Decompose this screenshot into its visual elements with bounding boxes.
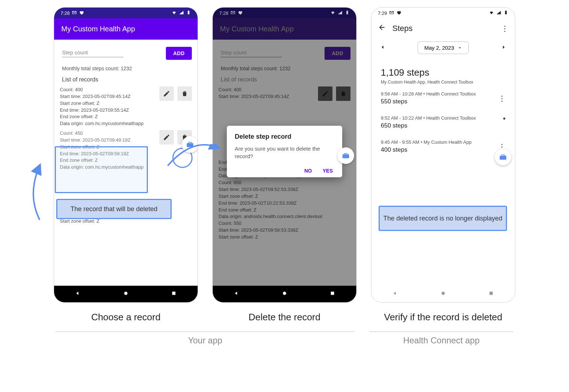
nav-back-icon[interactable] xyxy=(75,290,81,298)
edit-button[interactable] xyxy=(159,130,174,144)
chevron-right-icon[interactable] xyxy=(500,44,507,52)
col-delete-record: 7:28 My Custom Health App Step co xyxy=(212,7,357,324)
svg-rect-5 xyxy=(347,10,348,11)
svg-rect-7 xyxy=(331,292,334,295)
signal-icon xyxy=(496,10,501,16)
phone-2: 7:28 My Custom Health App Step co xyxy=(212,7,357,303)
chevron-down-icon xyxy=(458,46,462,50)
annotation-record-to-delete: The record that will be deleted xyxy=(56,199,172,219)
delete-button[interactable] xyxy=(177,86,192,101)
fab-toolbox[interactable] xyxy=(338,147,354,164)
toolbox-icon xyxy=(499,153,507,161)
wifi-icon xyxy=(489,10,494,16)
app-title: My Custom Health App xyxy=(61,25,135,33)
nav-home-icon[interactable] xyxy=(440,290,446,298)
caption-1: Choose a record xyxy=(91,311,160,324)
monthly-total: Monthly total steps count: 1232 xyxy=(58,60,194,74)
heart-icon xyxy=(238,10,243,16)
android-navbar xyxy=(371,286,515,302)
nav-home-icon[interactable] xyxy=(123,290,129,298)
appbar-1: My Custom Health App xyxy=(54,18,198,40)
nav-recents-icon[interactable] xyxy=(488,290,494,298)
edit-button[interactable] xyxy=(159,86,174,101)
status-time: 7:29 xyxy=(378,10,387,16)
step-count-input[interactable]: Step count xyxy=(62,49,123,57)
arrow-callout-to-record xyxy=(29,159,58,223)
record-item: Count: 400 Start time: 2023-05-02T09:45:… xyxy=(58,86,194,128)
hc-sources: My Custom Health App, Health Connect Too… xyxy=(381,80,506,85)
hc-page-title: Steps xyxy=(392,24,413,33)
add-button[interactable]: ADD xyxy=(166,47,192,60)
nav-back-icon[interactable] xyxy=(392,290,398,298)
svg-rect-11 xyxy=(489,292,493,295)
status-time: 7:28 xyxy=(219,10,228,16)
android-navbar xyxy=(54,286,198,302)
nav-back-icon[interactable] xyxy=(233,290,240,298)
more-menu-icon[interactable]: ⋮ xyxy=(501,24,508,33)
gmail-icon xyxy=(389,10,394,16)
statusbar-3: 7:29 xyxy=(371,8,515,18)
wifi-icon xyxy=(172,10,177,16)
toolbox-icon xyxy=(186,141,194,148)
svg-rect-8 xyxy=(505,11,507,14)
battery-icon xyxy=(186,10,191,16)
hc-total-steps: 1,109 steps xyxy=(381,67,506,78)
chevron-left-icon[interactable] xyxy=(379,44,386,52)
nav-home-icon[interactable] xyxy=(281,290,288,298)
svg-point-6 xyxy=(283,292,286,295)
gmail-icon xyxy=(230,10,235,16)
highlight-selected-record xyxy=(55,146,148,193)
entry-more-icon[interactable]: ⋮ xyxy=(498,94,506,103)
statusbar-1: 7:28 xyxy=(54,8,198,18)
section-health-connect: Health Connect app xyxy=(369,331,513,346)
svg-rect-0 xyxy=(188,11,190,14)
entry-more-icon[interactable]: • xyxy=(503,115,506,123)
col-verify-record: 7:29 Steps ⋮ xyxy=(371,7,515,324)
fab-toolbox[interactable] xyxy=(495,149,511,165)
svg-point-2 xyxy=(124,292,127,295)
caption-3: Verify if the record is deleted xyxy=(384,311,502,324)
svg-rect-3 xyxy=(172,292,175,295)
gmail-icon xyxy=(72,10,77,16)
svg-point-10 xyxy=(441,292,445,295)
android-navbar xyxy=(213,286,356,302)
nav-recents-icon[interactable] xyxy=(171,290,177,298)
hc-entry: 9:52 AM - 10:22 AM • Health Connect Tool… xyxy=(371,110,515,134)
heart-icon xyxy=(396,10,401,16)
dialog-no-button[interactable]: NO xyxy=(304,168,312,174)
svg-rect-9 xyxy=(506,10,506,11)
wifi-icon xyxy=(330,10,335,16)
nav-recents-icon[interactable] xyxy=(329,290,336,298)
list-header: List of records xyxy=(58,74,194,86)
section-your-app: Your app xyxy=(56,331,355,346)
phone-1: 7:28 xyxy=(54,7,198,303)
battery-icon xyxy=(503,10,508,16)
pencil-icon xyxy=(163,134,170,141)
trash-icon xyxy=(181,90,188,97)
hc-entry: 9:45 AM - 9:55 AM • My Custom Health App… xyxy=(371,134,515,159)
date-picker-chip[interactable]: May 2, 2023 xyxy=(418,41,469,54)
content-1: Step count ADD Monthly total steps count… xyxy=(54,40,198,285)
statusbar-2: 7:28 xyxy=(213,8,356,18)
hc-date-nav: May 2, 2023 xyxy=(371,39,515,57)
battery-icon xyxy=(345,10,350,16)
signal-icon xyxy=(338,10,343,16)
heart-icon xyxy=(79,10,84,16)
annotation-record-removed: The deleted record is no longer displaye… xyxy=(379,206,507,231)
caption-2: Delete the record xyxy=(248,311,320,324)
dialog-yes-button[interactable]: YES xyxy=(323,168,333,174)
back-arrow-icon[interactable] xyxy=(378,23,386,34)
dialog-title: Delete step record xyxy=(235,133,334,141)
toolbox-icon xyxy=(342,152,350,160)
pencil-icon xyxy=(163,90,170,97)
hc-appbar: Steps ⋮ xyxy=(371,18,515,39)
hc-total: 1,109 steps My Custom Health App, Health… xyxy=(371,57,515,86)
hc-entry: 9:58 AM - 10:28 AM • Health Connect Tool… xyxy=(371,86,515,110)
phone-3: 7:29 Steps ⋮ xyxy=(371,7,515,303)
diagram-stage: 7:28 xyxy=(7,7,562,324)
section-labels: Your app Health Connect app xyxy=(7,331,562,346)
fab-toolbox[interactable] xyxy=(182,136,198,153)
svg-rect-1 xyxy=(188,10,189,11)
status-time: 7:28 xyxy=(61,10,70,16)
col-choose-record: 7:28 xyxy=(54,7,198,324)
